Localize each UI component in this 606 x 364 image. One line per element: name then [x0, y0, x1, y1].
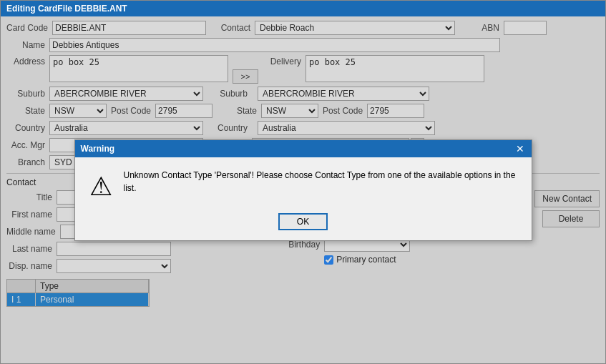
- modal-ok-btn[interactable]: OK: [278, 213, 328, 230]
- modal-message: Unknown Contact Type 'Personal'! Please …: [124, 169, 517, 195]
- modal-title-text: Warning: [81, 144, 115, 154]
- modal-overlay: Warning ✕ ⚠ Unknown Contact Type 'Person…: [1, 16, 605, 363]
- content-area: Card Code DEBBIE.ANT Contact Debbie Roac…: [1, 16, 605, 363]
- modal-body: ⚠ Unknown Contact Type 'Personal'! Pleas…: [75, 157, 532, 213]
- title-bar: Editing CardFile DEBBIE.ANT: [1, 1, 605, 16]
- warning-modal: Warning ✕ ⚠ Unknown Contact Type 'Person…: [74, 139, 532, 241]
- modal-footer: OK: [75, 213, 532, 240]
- main-window: Editing CardFile DEBBIE.ANT Card Code DE…: [0, 0, 606, 364]
- modal-close-btn[interactable]: ✕: [514, 143, 526, 154]
- warning-icon: ⚠: [89, 172, 112, 202]
- title-text: Editing CardFile DEBBIE.ANT: [6, 4, 127, 14]
- modal-title-bar: Warning ✕: [75, 140, 532, 157]
